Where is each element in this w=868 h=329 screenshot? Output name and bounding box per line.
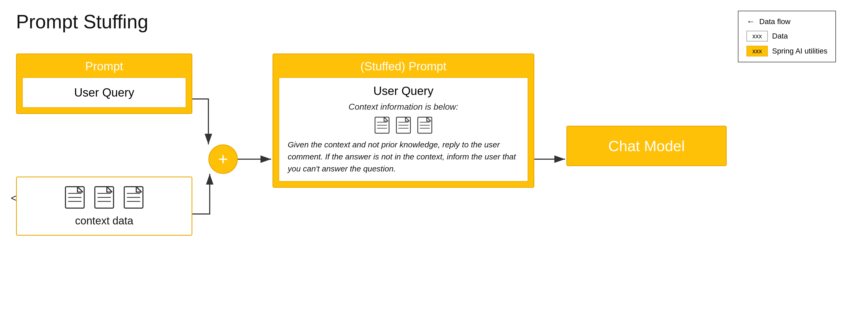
prompt-box: Prompt User Query (16, 54, 192, 114)
svg-line-12 (107, 187, 112, 192)
prompt-box-title: Prompt (22, 60, 186, 73)
legend-data-flow-label: Data flow (759, 18, 790, 26)
stuffed-doc-icon-3 (417, 116, 433, 134)
stuffed-doc-icon-2 (395, 116, 411, 134)
doc-icon-1 (64, 185, 86, 210)
svg-line-17 (136, 187, 142, 192)
svg-line-27 (406, 117, 409, 121)
stuffed-doc-icon-1 (374, 116, 390, 134)
arrow-left-icon: ← (746, 17, 755, 26)
plus-label: + (218, 149, 228, 169)
context-box: context data (16, 176, 192, 236)
chat-model-label: Chat Model (608, 137, 685, 155)
user-query-label: User Query (74, 86, 134, 99)
diagram: Prompt User Query <<Augment / Append / E… (16, 37, 852, 318)
stuffed-doc-icons-row (288, 116, 519, 134)
stuffed-box-inner: User Query Context information is below: (279, 77, 528, 182)
doc-icons-row (64, 185, 144, 210)
svg-line-22 (384, 117, 388, 121)
legend-data-flow: ← Data flow (746, 17, 827, 26)
stuffed-prompt-box: (Stuffed) Prompt User Query Context info… (273, 54, 534, 188)
svg-line-32 (427, 117, 431, 121)
plus-circle: + (208, 144, 238, 174)
prompt-box-inner: User Query (22, 77, 186, 108)
chat-model-box: Chat Model (566, 126, 727, 166)
stuffed-user-query: User Query (288, 84, 519, 98)
page-title: Prompt Stuffing (16, 11, 148, 33)
svg-line-7 (78, 187, 83, 192)
context-data-label: context data (75, 215, 133, 227)
stuffed-box-title: (Stuffed) Prompt (279, 60, 528, 73)
doc-icon-3 (123, 185, 144, 210)
stuffed-reply-text: Given the context and not prior knowledg… (288, 139, 519, 175)
doc-icon-2 (94, 185, 115, 210)
stuffed-context-info: Context information is below: (288, 102, 519, 112)
